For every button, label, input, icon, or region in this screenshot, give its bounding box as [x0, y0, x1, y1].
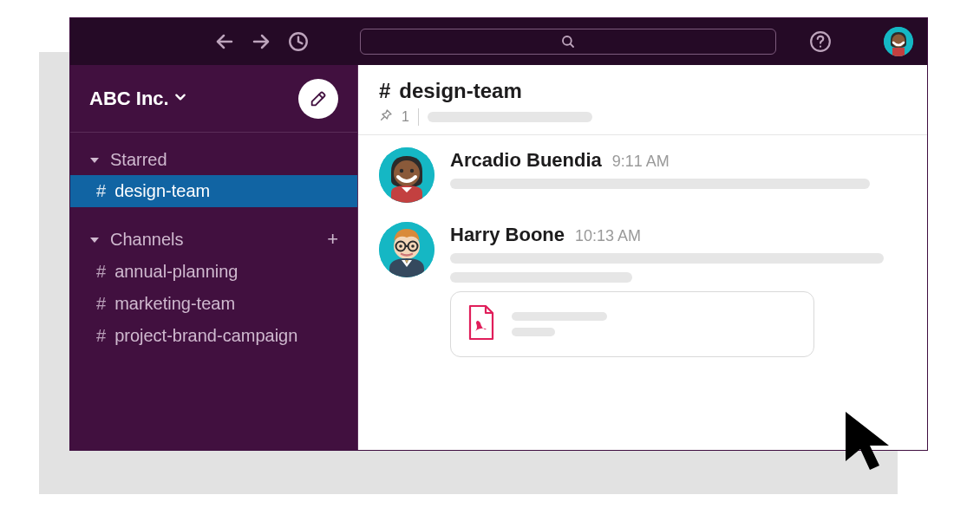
svg-point-6: [820, 46, 821, 48]
user-avatar[interactable]: [884, 27, 913, 56]
workspace-switcher[interactable]: ABC Inc.: [70, 65, 357, 133]
hash-icon: #: [96, 326, 106, 346]
divider: [418, 108, 419, 126]
channels-section: Channels + # annual-planning # marketing…: [70, 211, 357, 355]
caret-down-icon: [89, 230, 101, 250]
message-body: Arcadio Buendia 9:11 AM: [450, 147, 906, 203]
svg-point-20: [399, 244, 402, 248]
top-bar: [70, 18, 927, 65]
slack-window: ABC Inc. Starred # design-team: [69, 17, 928, 451]
message-text-placeholder: [450, 179, 870, 189]
channel-annual-planning[interactable]: # annual-planning: [70, 256, 357, 288]
channels-label: Channels: [110, 230, 184, 250]
cursor-icon: [841, 407, 902, 480]
message-author[interactable]: Arcadio Buendia: [450, 149, 602, 172]
message-body: Harry Boone 10:13 AM: [450, 222, 906, 357]
starred-section: Starred # design-team: [70, 133, 357, 211]
avatar[interactable]: [379, 147, 434, 203]
channel-label: project-brand-campaign: [114, 326, 297, 346]
channels-header[interactable]: Channels +: [70, 223, 357, 256]
message-time: 9:11 AM: [612, 153, 670, 171]
hash-icon: #: [96, 294, 106, 314]
compose-button[interactable]: [298, 79, 338, 119]
svg-line-10: [382, 117, 384, 120]
channel-name: design-team: [399, 79, 521, 103]
caret-down-icon: [89, 150, 101, 170]
forward-button[interactable]: [251, 31, 271, 52]
message-text-placeholder: [450, 253, 884, 264]
add-channel-button[interactable]: +: [327, 228, 338, 251]
avatar[interactable]: [379, 222, 434, 277]
attachment-meta: [512, 312, 607, 336]
channel-label: annual-planning: [114, 262, 238, 282]
hash-icon: #: [96, 262, 106, 282]
channel-meta: 1: [379, 108, 906, 126]
channel-topic[interactable]: [428, 112, 592, 122]
channel-project-brand-campaign[interactable]: # project-brand-campaign: [70, 320, 357, 352]
message-author[interactable]: Harry Boone: [450, 224, 565, 246]
channel-label: marketing-team: [114, 294, 235, 314]
message-list: Arcadio Buendia 9:11 AM: [358, 135, 927, 450]
svg-point-14: [410, 169, 414, 173]
file-attachment[interactable]: [450, 291, 814, 357]
starred-label: Starred: [110, 150, 167, 170]
channel-marketing-team[interactable]: # marketing-team: [70, 288, 357, 320]
history-button[interactable]: [287, 30, 310, 53]
chevron-down-icon: [174, 91, 186, 107]
message[interactable]: Harry Boone 10:13 AM: [379, 222, 906, 357]
starred-header[interactable]: Starred: [70, 145, 357, 175]
help-button[interactable]: [809, 30, 832, 53]
sidebar: ABC Inc. Starred # design-team: [70, 65, 358, 450]
hash-icon: #: [379, 79, 390, 103]
main-panel: # design-team 1: [358, 65, 927, 450]
channel-title[interactable]: # design-team: [379, 79, 906, 103]
pdf-icon: [467, 304, 496, 344]
history-nav: [214, 30, 310, 53]
hash-icon: #: [96, 181, 106, 201]
svg-line-4: [570, 43, 573, 47]
svg-rect-9: [892, 48, 905, 56]
message-time: 10:13 AM: [575, 227, 641, 245]
message[interactable]: Arcadio Buendia 9:11 AM: [379, 147, 906, 203]
pin-icon[interactable]: [379, 108, 393, 126]
channel-design-team[interactable]: # design-team: [70, 175, 357, 207]
channel-header: # design-team 1: [358, 65, 927, 135]
search-input[interactable]: [360, 29, 776, 55]
channel-label: design-team: [114, 181, 210, 201]
svg-point-21: [411, 244, 415, 248]
svg-point-13: [400, 169, 403, 173]
message-text-placeholder: [450, 272, 632, 283]
pinned-count[interactable]: 1: [402, 109, 409, 125]
back-button[interactable]: [214, 31, 235, 52]
workspace-name: ABC Inc.: [89, 88, 169, 110]
